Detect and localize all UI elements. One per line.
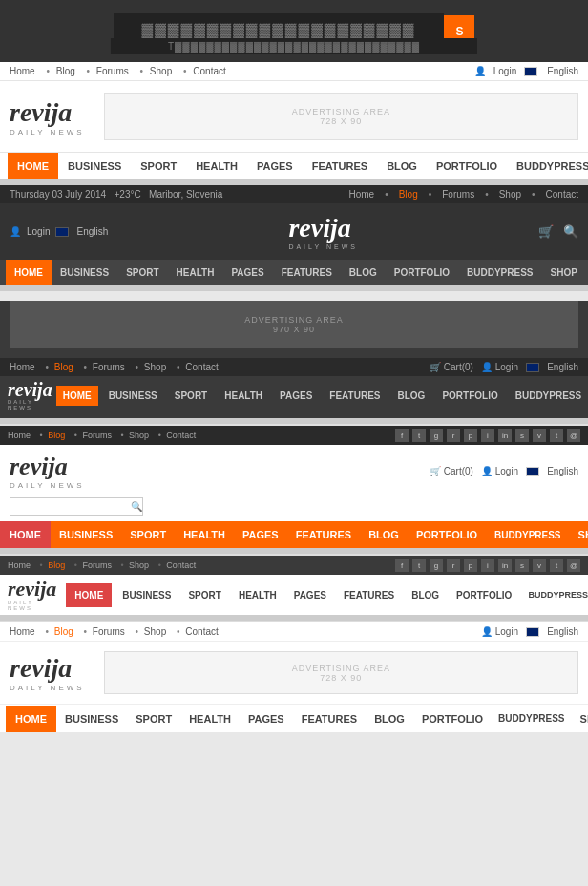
s5tb-shop[interactable]: Shop (129, 560, 149, 570)
stb-contact[interactable]: Contact (166, 431, 196, 440)
s4-nav-buddypress[interactable]: BUDDYPRESS (486, 522, 569, 548)
inl-nav-sport[interactable]: SPORT (168, 386, 214, 406)
s5-nav-home[interactable]: HOME (66, 583, 112, 607)
social-email[interactable]: @ (567, 429, 580, 442)
s6-nav-buddypress[interactable]: BUDDYPRESS (492, 706, 571, 731)
s4-nav-features[interactable]: FEATURES (287, 521, 360, 548)
dark-nav-portfolio[interactable]: PORTFOLIO (386, 260, 458, 285)
topbar-shop[interactable]: Shop (150, 66, 172, 76)
s6tb-forums[interactable]: Forums (93, 626, 125, 637)
s5-vimeo[interactable]: v (533, 559, 546, 572)
dtb-blog[interactable]: Blog (54, 362, 74, 372)
dtb-lang[interactable]: English (547, 362, 578, 372)
stb-blog[interactable]: Blog (48, 431, 65, 440)
social-twitter[interactable]: t (412, 429, 426, 442)
s4-nav-home[interactable]: HOME (0, 521, 51, 548)
s4-language[interactable]: English (547, 466, 578, 476)
dtb-cart[interactable]: 🛒 Cart(0) (430, 362, 473, 372)
topbar-forums[interactable]: Forums (96, 66, 129, 76)
stb-forums[interactable]: Forums (82, 431, 112, 440)
s5-email[interactable]: @ (567, 559, 580, 572)
nav-portfolio[interactable]: PORTFOLIO (427, 153, 507, 179)
social-vimeo[interactable]: v (533, 429, 546, 442)
inl-nav-pages[interactable]: PAGES (273, 386, 319, 406)
s5tb-contact[interactable]: Contact (166, 560, 196, 570)
topbar-blog[interactable]: Blog (56, 66, 75, 76)
s5-google[interactable]: g (430, 559, 443, 572)
s5-stumble[interactable]: s (515, 559, 529, 572)
social-rss[interactable]: r (447, 429, 460, 442)
s6-nav-home[interactable]: HOME (6, 706, 56, 732)
s6-nav-features[interactable]: FEATURES (293, 706, 366, 732)
datebar-contact[interactable]: Contact (546, 189, 578, 200)
s4-nav-business[interactable]: BUSINESS (51, 521, 121, 548)
dark-nav-home[interactable]: HOME (6, 260, 52, 285)
nav-buddypress[interactable]: BUDDYPRESS (507, 153, 588, 179)
s5-twitter[interactable]: t (412, 559, 426, 572)
inl-nav-buddypress[interactable]: BUDDYPRESS (509, 386, 588, 406)
s5tb-home[interactable]: Home (8, 560, 31, 570)
s6tb-home[interactable]: Home (10, 626, 35, 637)
nav-health[interactable]: HEALTH (186, 153, 247, 179)
s4-nav-pages[interactable]: PAGES (234, 521, 287, 548)
s6-nav-business[interactable]: BUSINESS (56, 706, 127, 732)
s5tb-forums[interactable]: Forums (82, 560, 112, 570)
datebar-forums[interactable]: Forums (442, 189, 474, 200)
dark-cart-icon[interactable]: 🛒 (538, 224, 554, 239)
s4-cart[interactable]: 🛒 Cart(0) (430, 466, 473, 476)
stb-shop[interactable]: Shop (129, 431, 149, 440)
nav-sport[interactable]: SPORT (131, 153, 186, 179)
s6-nav-blog[interactable]: BLOG (366, 706, 413, 732)
inl-nav-business[interactable]: BUSINESS (102, 386, 164, 406)
nav-business[interactable]: BUSINESS (58, 153, 131, 179)
datebar-shop[interactable]: Shop (499, 189, 521, 200)
s5-rss[interactable]: r (447, 559, 460, 572)
dark-nav-health[interactable]: HEALTH (168, 260, 223, 285)
s5-facebook[interactable]: f (395, 559, 409, 572)
inl-nav-features[interactable]: FEATURES (323, 386, 387, 406)
s4-nav-blog[interactable]: BLOG (360, 521, 408, 548)
s6tb-blog[interactable]: Blog (54, 626, 74, 637)
dark-nav-pages[interactable]: PAGES (222, 260, 272, 285)
s5-nav-health[interactable]: HEALTH (232, 583, 284, 607)
s5-pinterest[interactable]: p (464, 559, 477, 572)
social-instagram[interactable]: i (481, 429, 494, 442)
dark-nav-buddypress[interactable]: BUDDYPRESS (458, 260, 541, 285)
language-link[interactable]: English (547, 66, 578, 76)
s6-nav-health[interactable]: HEALTH (180, 706, 240, 732)
nav-home[interactable]: HOME (8, 153, 58, 179)
s5-nav-business[interactable]: BUSINESS (116, 583, 178, 607)
s4-nav-health[interactable]: HEALTH (175, 521, 234, 548)
s5-nav-features[interactable]: FEATURES (337, 583, 401, 607)
s5-instagram[interactable]: i (481, 559, 494, 572)
social-google[interactable]: g (430, 429, 443, 442)
s4-nav-shop[interactable]: SHOP (570, 521, 588, 548)
dark-nav-business[interactable]: BUSINESS (52, 260, 117, 285)
dtb-home[interactable]: Home (10, 362, 35, 372)
search-input[interactable] (16, 501, 131, 512)
s6-nav-pages[interactable]: PAGES (240, 706, 293, 732)
s6-nav-sport[interactable]: SPORT (127, 706, 180, 732)
datebar-home[interactable]: Home (349, 189, 375, 200)
social-linkedin[interactable]: in (498, 429, 512, 442)
stb-home[interactable]: Home (8, 431, 31, 440)
s5tb-blog[interactable]: Blog (48, 560, 65, 570)
s5-nav-pages[interactable]: PAGES (287, 583, 333, 607)
dtb-shop[interactable]: Shop (144, 362, 166, 372)
dtb-login[interactable]: 👤 Login (481, 362, 518, 372)
topbar-contact[interactable]: Contact (193, 66, 225, 76)
s6tb-contact[interactable]: Contact (185, 626, 218, 637)
topbar-home[interactable]: Home (10, 66, 35, 76)
s6tb-shop[interactable]: Shop (144, 626, 166, 637)
s5-nav-buddypress[interactable]: BUDDYPRESS (522, 583, 588, 606)
s4-login[interactable]: 👤 Login (481, 466, 518, 476)
social-stumble[interactable]: s (515, 429, 529, 442)
inl-nav-home[interactable]: HOME (56, 386, 98, 406)
search-mag-icon[interactable]: 🔍 (131, 501, 142, 512)
s6-login[interactable]: 👤 Login (481, 626, 518, 637)
s4-nav-portfolio[interactable]: PORTFOLIO (408, 521, 486, 548)
nav-pages[interactable]: PAGES (247, 153, 303, 179)
dark-nav-shop[interactable]: SHOP (542, 260, 586, 285)
social-pinterest[interactable]: p (464, 429, 477, 442)
inl-nav-blog[interactable]: BLOG (390, 386, 431, 406)
